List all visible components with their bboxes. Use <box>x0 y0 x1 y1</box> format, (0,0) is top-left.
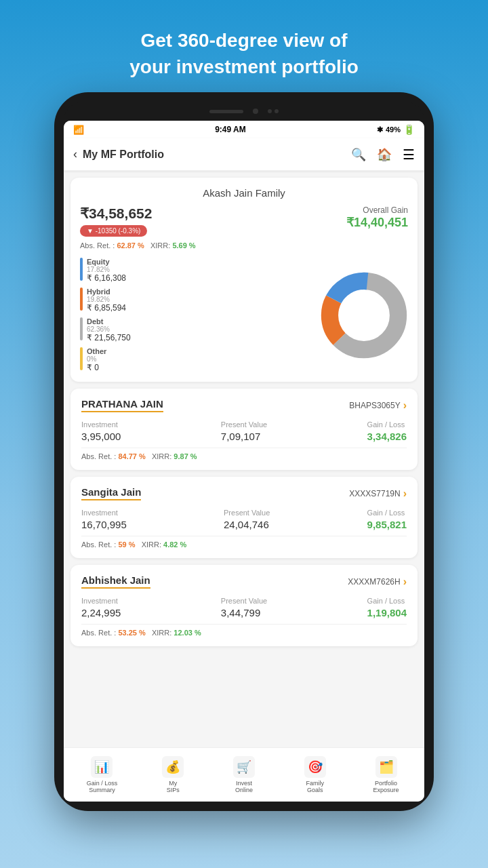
svg-point-3 <box>340 291 388 340</box>
investment-label-2: Investment <box>81 597 121 605</box>
phone-frame: 📶 9:49 AM ✱ 49% 🔋 ‹ My MF Portfolio 🔍 🏠 … <box>54 92 434 811</box>
gain-loss-label-0: Gain / Loss <box>367 420 407 429</box>
overall-gain-value: ₹14,40,451 <box>346 215 408 230</box>
status-time: 9:49 AM <box>215 125 246 134</box>
header-line1: Get 360-degree view of <box>129 27 359 54</box>
battery-text: 49% <box>386 125 401 134</box>
scroll-content: Akash Jain Family ₹34,58,652 ▼ -10350 (-… <box>64 171 424 747</box>
home-icon[interactable]: 🏠 <box>377 147 392 162</box>
bottom-nav: 📊 Gain / LossSummary 💰 MySIPs 🛒 InvestOn… <box>64 747 424 802</box>
portfolio-change-badge: ▼ -10350 (-0.3%) <box>80 225 147 237</box>
overall-gain-label: Overall Gain <box>346 205 408 215</box>
gain-loss-label: Gain / LossSummary <box>87 780 118 795</box>
my-sips-label: MySIPs <box>167 780 180 795</box>
present-value-label-0: Present Value <box>221 420 267 429</box>
investment-label-1: Investment <box>81 509 127 517</box>
page-title: My MF Portfolio <box>83 149 164 161</box>
present-value-1: 24,04,746 <box>224 519 270 530</box>
portfolio-exposure-label: PortfolioExposure <box>373 780 399 795</box>
investment-label-0: Investment <box>81 420 121 429</box>
gain-loss-value-1: 9,85,821 <box>367 519 407 530</box>
battery-indicator: ✱ 49% 🔋 <box>377 124 415 135</box>
member-pan-0: BHAPS3065Y <box>349 401 400 410</box>
gain-loss-label-2: Gain / Loss <box>367 597 407 605</box>
phone-screen: 📶 9:49 AM ✱ 49% 🔋 ‹ My MF Portfolio 🔍 🏠 … <box>64 121 424 802</box>
my-sips-icon: 💰 <box>162 756 184 778</box>
family-goals-icon: 🎯 <box>304 756 326 778</box>
member-pan-2: XXXXM7626H <box>348 577 400 587</box>
xirr-label: XIRR: <box>150 241 170 250</box>
member-chevron-2[interactable]: › <box>403 576 407 588</box>
member-chevron-1[interactable]: › <box>403 488 407 500</box>
xirr-value: 5.69 % <box>172 241 195 250</box>
gain-loss-label-1: Gain / Loss <box>367 509 407 517</box>
legend-hybrid: Hybrid 19.82% ₹ 6,85,594 <box>80 288 314 313</box>
gain-loss-icon: 📊 <box>91 756 113 778</box>
invest-online-icon: 🛒 <box>233 756 255 778</box>
present-value-label-2: Present Value <box>221 597 267 605</box>
member-returns-0: Abs. Ret. : 84.77 % XIRR: 9.87 % <box>81 448 407 460</box>
portfolio-returns: Abs. Ret. : 62.87 % XIRR: 5.69 % <box>80 241 196 250</box>
member-pan-1: XXXXS7719N <box>349 489 400 498</box>
phone-notch <box>64 102 424 121</box>
member-name-1: Sangita Jain <box>81 486 141 500</box>
abs-ret-label: Abs. Ret. : <box>80 241 115 250</box>
portfolio-value: ₹34,58,652 <box>80 205 196 222</box>
member-returns-2: Abs. Ret. : 53.25 % XIRR: 12.03 % <box>81 624 407 637</box>
member-name-0: PRATHANA JAIN <box>81 398 163 412</box>
nav-my-sips[interactable]: 💰 MySIPs <box>138 756 209 795</box>
invest-online-label: InvestOnline <box>235 780 253 795</box>
nav-gain-loss[interactable]: 📊 Gain / LossSummary <box>66 756 138 795</box>
bluetooth-icon: ✱ <box>377 125 383 134</box>
family-goals-label: FamilyGoals <box>306 780 325 795</box>
donut-chart <box>320 271 408 359</box>
gain-loss-value-0: 3,34,826 <box>367 431 407 442</box>
member-card-2: Abhishek Jain XXXXM7626H › Investment 2,… <box>70 565 418 646</box>
legend-debt: Debt 62.36% ₹ 21,56,750 <box>80 317 314 342</box>
member-chevron-0[interactable]: › <box>403 399 407 412</box>
app-bar: ‹ My MF Portfolio 🔍 🏠 ☰ <box>64 138 424 171</box>
nav-portfolio-exposure[interactable]: 🗂️ PortfolioExposure <box>350 756 422 795</box>
portfolio-exposure-icon: 🗂️ <box>375 756 397 778</box>
member-returns-1: Abs. Ret. : 59 % XIRR: 4.82 % <box>81 536 407 549</box>
nav-invest-online[interactable]: 🛒 InvestOnline <box>209 756 280 795</box>
investment-value-2: 2,24,995 <box>81 607 121 618</box>
present-value-label-1: Present Value <box>224 509 270 517</box>
member-name-2: Abhishek Jain <box>81 574 150 589</box>
legend-equity: Equity 17.82% ₹ 6,16,308 <box>80 258 314 283</box>
nav-family-goals[interactable]: 🎯 FamilyGoals <box>279 756 350 795</box>
chart-legend: Equity 17.82% ₹ 6,16,308 Hybrid 19.82% <box>80 258 314 372</box>
menu-icon[interactable]: ☰ <box>403 146 415 163</box>
summary-card: Akash Jain Family ₹34,58,652 ▼ -10350 (-… <box>70 178 418 382</box>
member-card-1: Sangita Jain XXXXS7719N › Investment 16,… <box>70 477 418 558</box>
investment-value-1: 16,70,995 <box>81 519 127 530</box>
investment-value-0: 3,95,000 <box>81 431 121 442</box>
back-button[interactable]: ‹ <box>73 147 77 161</box>
battery-icon: 🔋 <box>403 124 415 135</box>
member-card-0: PRATHANA JAIN BHAPS3065Y › Investment 3,… <box>70 389 418 470</box>
present-value-0: 7,09,107 <box>221 431 267 442</box>
abs-ret-value: 62.87 % <box>117 241 144 250</box>
wifi-indicator: 📶 <box>73 125 84 135</box>
status-bar: 📶 9:49 AM ✱ 49% 🔋 <box>64 121 424 138</box>
legend-other: Other 0% ₹ 0 <box>80 347 314 372</box>
gain-loss-value-2: 1,19,804 <box>367 607 407 618</box>
header-line2: your investment portfolio <box>129 54 359 80</box>
search-icon[interactable]: 🔍 <box>351 147 366 162</box>
family-name: Akash Jain Family <box>80 187 408 199</box>
present-value-2: 3,44,799 <box>221 607 267 618</box>
